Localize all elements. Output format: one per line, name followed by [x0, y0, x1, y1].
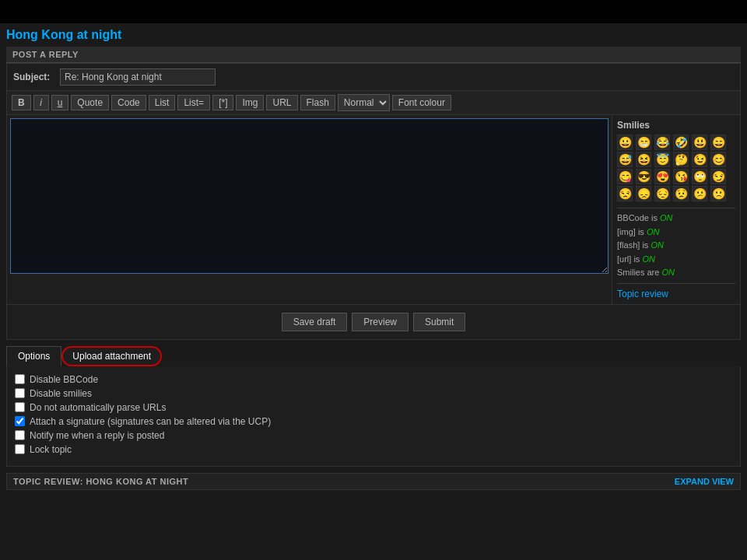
- bbcode-status: BBCode is ON [img] is ON [flash] is ON […: [617, 212, 735, 280]
- smilies-label: Smilies are: [617, 268, 659, 277]
- smiley-5[interactable]: 😄: [710, 135, 726, 150]
- label-no-parse-urls: Do not automatically parse URLs: [30, 402, 166, 413]
- checkbox-disable-smilies[interactable]: [15, 388, 25, 398]
- smiley-16[interactable]: 🙄: [692, 169, 707, 184]
- smiley-13[interactable]: 😎: [636, 169, 651, 184]
- action-buttons: Save draft Preview Submit: [7, 304, 740, 339]
- top-bar: [0, 0, 747, 23]
- smiley-15[interactable]: 😘: [673, 169, 689, 184]
- bbcode-label: BBCode: [617, 213, 649, 222]
- label-notify-reply: Notify me when a reply is posted: [30, 430, 164, 441]
- label-lock-topic: Lock topic: [30, 444, 72, 455]
- smiley-11[interactable]: 😊: [710, 152, 726, 167]
- img-button[interactable]: Img: [236, 95, 264, 110]
- divider: [617, 208, 735, 208]
- smiley-19[interactable]: 😞: [636, 186, 651, 201]
- smiley-9[interactable]: 🤔: [673, 152, 689, 167]
- preview-button[interactable]: Preview: [352, 313, 409, 331]
- subject-label: Subject:: [13, 72, 60, 82]
- underline-button[interactable]: u: [51, 95, 69, 110]
- url-on: ON: [642, 254, 655, 264]
- tabs-row: Options Upload attachment: [6, 346, 741, 366]
- smiley-22[interactable]: 😕: [692, 186, 707, 201]
- smiley-7[interactable]: 😆: [636, 152, 651, 167]
- url-label: [url]: [617, 254, 631, 264]
- smiley-2[interactable]: 😂: [654, 135, 670, 150]
- smiley-20[interactable]: 😔: [654, 186, 670, 201]
- subject-row: Subject:: [7, 64, 740, 91]
- list-eq-button[interactable]: List=: [177, 95, 210, 110]
- smiley-21[interactable]: 😟: [673, 186, 689, 201]
- page-title-link[interactable]: Hong Kong at night: [6, 28, 121, 41]
- subject-input[interactable]: [60, 68, 216, 86]
- option-row-attach-signature: Attach a signature (signatures can be al…: [15, 416, 732, 427]
- smiley-18[interactable]: 😒: [617, 186, 633, 201]
- smilies-panel: Smilies 😀😁😂🤣😃😄😅😆😇🤔😉😊😋😎😍😘🙄😏😒😞😔😟😕🙁 BBCode …: [612, 115, 740, 304]
- option-row-disable-smilies: Disable smilies: [15, 388, 732, 399]
- option-row-lock-topic: Lock topic: [15, 444, 732, 455]
- font-size-select[interactable]: Normal Small Large: [338, 94, 390, 111]
- quote-button[interactable]: Quote: [71, 95, 109, 110]
- post-reply-header: POST A REPLY: [6, 47, 741, 63]
- checkbox-lock-topic[interactable]: [15, 444, 25, 454]
- option-row-notify-reply: Notify me when a reply is posted: [15, 430, 732, 441]
- divider2: [617, 283, 735, 284]
- topic-review-link[interactable]: Topic review: [617, 289, 735, 299]
- options-tab[interactable]: Options: [6, 346, 61, 366]
- smiley-6[interactable]: 😅: [617, 152, 633, 167]
- checkbox-no-parse-urls[interactable]: [15, 402, 25, 412]
- smiley-14[interactable]: 😍: [654, 169, 670, 184]
- flash-label: [flash]: [617, 240, 640, 250]
- option-row-disable-bbcode: Disable BBCode: [15, 374, 732, 385]
- flash-button[interactable]: Flash: [300, 95, 335, 110]
- smiley-23[interactable]: 🙁: [710, 186, 726, 201]
- submit-button[interactable]: Submit: [413, 313, 465, 331]
- url-button[interactable]: URL: [266, 95, 297, 110]
- options-content: Disable BBCodeDisable smiliesDo not auto…: [6, 366, 741, 467]
- tabs-area: Options Upload attachment Disable BBCode…: [6, 346, 741, 467]
- smiley-8[interactable]: 😇: [654, 152, 670, 167]
- topic-review-footer: TOPIC REVIEW: HONG KONG AT NIGHT EXPAND …: [6, 473, 741, 490]
- img-label: [img]: [617, 227, 636, 236]
- font-colour-button[interactable]: Font colour: [392, 95, 451, 110]
- topic-review-footer-title: TOPIC REVIEW: HONG KONG AT NIGHT: [13, 477, 188, 486]
- toolbar: B i u Quote Code List List= [*] Img URL …: [7, 91, 740, 115]
- label-disable-smilies: Disable smilies: [30, 388, 92, 399]
- flash-on: ON: [651, 240, 664, 250]
- save-draft-button[interactable]: Save draft: [282, 313, 348, 331]
- smilies-on: ON: [661, 268, 675, 277]
- smiley-4[interactable]: 😃: [692, 135, 707, 150]
- page-wrapper: Hong Kong at night POST A REPLY Subject:…: [0, 0, 747, 496]
- reply-form: Subject: B i u Quote Code List List= [*]…: [6, 63, 741, 340]
- smiley-1[interactable]: 😁: [636, 135, 651, 150]
- list-button[interactable]: List: [149, 95, 176, 110]
- label-attach-signature: Attach a signature (signatures can be al…: [30, 416, 271, 427]
- bold-button[interactable]: B: [12, 95, 31, 110]
- option-row-no-parse-urls: Do not automatically parse URLs: [15, 402, 732, 413]
- checkbox-attach-signature[interactable]: [15, 416, 25, 426]
- special-button[interactable]: [*]: [212, 95, 233, 110]
- img-on: ON: [647, 227, 660, 236]
- smiley-12[interactable]: 😋: [617, 169, 633, 184]
- upload-attachment-tab[interactable]: Upload attachment: [61, 346, 162, 366]
- expand-view-link[interactable]: EXPAND VIEW: [675, 477, 734, 486]
- label-disable-bbcode: Disable BBCode: [30, 374, 98, 385]
- checkbox-notify-reply[interactable]: [15, 430, 25, 440]
- code-button[interactable]: Code: [111, 95, 146, 110]
- smilies-title: Smilies: [617, 120, 735, 131]
- smiley-0[interactable]: 😀: [617, 135, 633, 150]
- smiley-17[interactable]: 😏: [710, 169, 726, 184]
- message-textarea[interactable]: [10, 118, 608, 274]
- editor-smilies: Smilies 😀😁😂🤣😃😄😅😆😇🤔😉😊😋😎😍😘🙄😏😒😞😔😟😕🙁 BBCode …: [7, 115, 740, 304]
- editor-area: [7, 115, 612, 304]
- checkbox-disable-bbcode[interactable]: [15, 374, 25, 384]
- smiley-3[interactable]: 🤣: [673, 135, 689, 150]
- main-content: POST A REPLY Subject: B i u Quote Code L…: [0, 47, 747, 496]
- page-title-bar: Hong Kong at night: [0, 23, 747, 47]
- smiley-10[interactable]: 😉: [692, 152, 707, 167]
- bbcode-on: ON: [660, 213, 673, 222]
- italic-button[interactable]: i: [33, 95, 49, 110]
- smilies-grid: 😀😁😂🤣😃😄😅😆😇🤔😉😊😋😎😍😘🙄😏😒😞😔😟😕🙁: [617, 135, 735, 201]
